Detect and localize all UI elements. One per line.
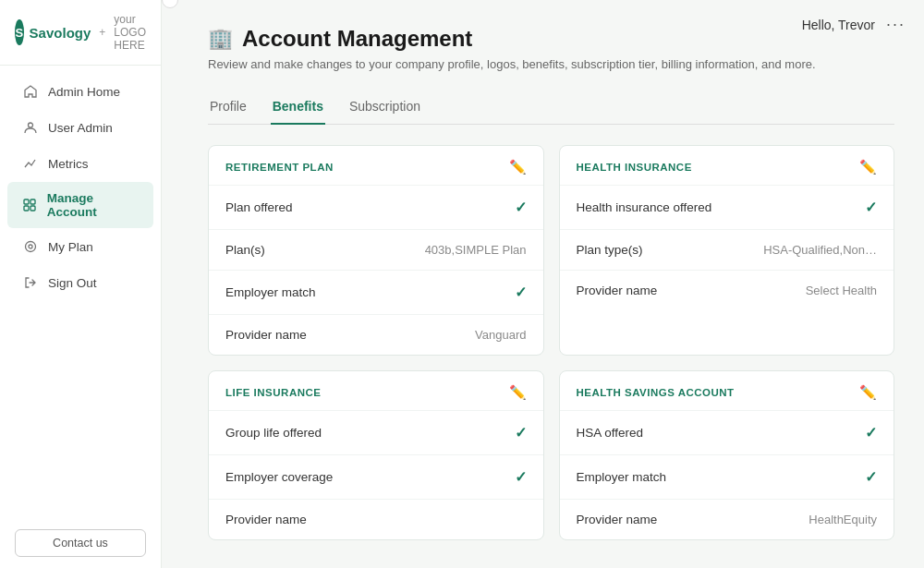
row-label: Employer match: [577, 470, 667, 484]
hsa-card: HEALTH SAVINGS ACCOUNT ✏️ HSA offered ✓ …: [559, 370, 895, 540]
sidebar-item-sign-out-label: Sign Out: [48, 276, 97, 290]
retirement-plan-title: RETIREMENT PLAN: [225, 162, 334, 173]
life-insurance-row-provider: Provider name: [209, 500, 543, 539]
retirement-plan-row-offered: Plan offered ✓: [209, 186, 543, 230]
check-icon: ✓: [515, 284, 527, 301]
sidebar-item-manage-account[interactable]: Manage Account: [7, 182, 153, 228]
user-icon: [22, 119, 39, 136]
building-icon: 🏢: [208, 27, 233, 51]
row-value: 403b,SIMPLE Plan: [425, 243, 527, 257]
sidebar-item-metrics-label: Metrics: [48, 157, 89, 171]
hsa-row-employer-match: Employer match ✓: [560, 455, 894, 500]
svg-rect-1: [24, 199, 29, 204]
health-insurance-row-plan-type: Plan type(s) HSA-Qualified,Non…: [560, 230, 894, 271]
svg-point-5: [26, 242, 36, 252]
logo-divider: +: [99, 26, 105, 39]
health-insurance-row-offered: Health insurance offered ✓: [560, 186, 894, 230]
svg-point-6: [29, 245, 32, 248]
hsa-row-offered: HSA offered ✓: [560, 411, 894, 455]
topbar: Hello, Trevor ···: [784, 0, 924, 49]
sidebar-logo: S Savology + your LOGO HERE: [0, 0, 161, 66]
row-value: Select Health: [806, 284, 877, 297]
savology-logo-icon: S: [15, 19, 24, 45]
sidebar-item-user-admin-label: User Admin: [48, 121, 113, 135]
page-title: Account Management: [242, 26, 472, 52]
health-insurance-card-header: HEALTH INSURANCE ✏️: [560, 146, 894, 186]
life-insurance-card: LIFE INSURANCE ✏️ Group life offered ✓ E…: [208, 370, 544, 540]
hsa-row-provider: Provider name HealthEquity: [560, 500, 894, 539]
row-value: HSA-Qualified,Non…: [763, 243, 877, 257]
sidebar-item-sign-out[interactable]: Sign Out: [7, 265, 153, 300]
retirement-plan-row-provider: Provider name Vanguard: [209, 315, 543, 355]
more-options-icon[interactable]: ···: [886, 15, 906, 34]
row-label: Plan offered: [225, 200, 293, 214]
signout-icon: [22, 274, 39, 291]
sidebar-item-manage-account-label: Manage Account: [47, 191, 139, 219]
greeting-text: Hello, Trevor: [802, 18, 875, 32]
svg-point-0: [29, 123, 33, 127]
svg-rect-3: [24, 206, 29, 211]
cards-grid: RETIREMENT PLAN ✏️ Plan offered ✓ Plan(s…: [208, 145, 894, 540]
row-label: Group life offered: [225, 426, 322, 440]
sidebar-nav: Admin Home User Admin Metrics: [0, 66, 161, 518]
life-insurance-row-group-life: Group life offered ✓: [209, 411, 543, 455]
check-icon: ✓: [515, 199, 527, 216]
row-label: Provider name: [577, 284, 658, 297]
life-insurance-row-employer-coverage: Employer coverage ✓: [209, 455, 543, 500]
home-icon: [22, 83, 39, 100]
check-icon: ✓: [515, 424, 527, 441]
row-label: Health insurance offered: [577, 200, 712, 214]
hsa-edit-icon[interactable]: ✏️: [859, 384, 877, 401]
chart-icon: [22, 155, 39, 172]
sidebar-item-admin-home[interactable]: Admin Home: [7, 74, 153, 109]
health-insurance-edit-icon[interactable]: ✏️: [859, 159, 877, 175]
tab-profile[interactable]: Profile: [208, 91, 249, 125]
health-insurance-card: HEALTH INSURANCE ✏️ Health insurance off…: [559, 145, 895, 356]
life-insurance-title: LIFE INSURANCE: [225, 387, 321, 398]
row-label: Plan type(s): [577, 243, 643, 257]
sidebar-item-user-admin[interactable]: User Admin: [7, 110, 153, 145]
tabs-container: Profile Benefits Subscription: [208, 91, 894, 125]
check-icon: ✓: [865, 199, 877, 216]
life-insurance-edit-icon[interactable]: ✏️: [509, 384, 527, 401]
sidebar-item-my-plan-label: My Plan: [48, 240, 93, 254]
grid-icon: [22, 197, 38, 213]
row-label: Employer coverage: [225, 470, 333, 484]
sidebar-item-admin-home-label: Admin Home: [48, 85, 120, 99]
row-value: HealthEquity: [808, 513, 877, 526]
retirement-plan-card-header: RETIREMENT PLAN ✏️: [209, 146, 543, 186]
logo-partner-text: your LOGO HERE: [114, 13, 146, 52]
sidebar-item-metrics[interactable]: Metrics: [7, 146, 153, 181]
row-label: Plan(s): [225, 243, 265, 257]
row-label: HSA offered: [577, 426, 644, 440]
row-label: Provider name: [225, 328, 307, 342]
svg-rect-2: [30, 199, 35, 204]
sidebar-item-my-plan[interactable]: My Plan: [7, 229, 153, 264]
sidebar-bottom: Contact us: [0, 518, 161, 568]
row-label: Provider name: [225, 513, 307, 526]
life-insurance-card-header: LIFE INSURANCE ✏️: [209, 371, 543, 411]
tab-benefits[interactable]: Benefits: [271, 91, 325, 125]
tab-subscription[interactable]: Subscription: [347, 91, 422, 125]
sidebar-collapse-button[interactable]: [162, 0, 178, 8]
retirement-plan-row-plans: Plan(s) 403b,SIMPLE Plan: [209, 230, 543, 271]
row-label: Employer match: [225, 285, 316, 299]
contact-us-button[interactable]: Contact us: [15, 529, 146, 557]
health-insurance-title: HEALTH INSURANCE: [577, 162, 692, 173]
sidebar: S Savology + your LOGO HERE Admin Home U…: [0, 0, 162, 568]
check-icon: ✓: [515, 468, 527, 486]
myplan-icon: [22, 238, 39, 255]
check-icon: ✓: [865, 424, 877, 441]
health-insurance-row-provider: Provider name Select Health: [560, 271, 894, 310]
retirement-plan-row-employer-match: Employer match ✓: [209, 271, 543, 315]
hsa-card-header: HEALTH SAVINGS ACCOUNT ✏️: [560, 371, 894, 411]
row-label: Provider name: [577, 513, 658, 526]
page-subtitle: Review and make changes to your company …: [208, 57, 894, 71]
retirement-plan-card: RETIREMENT PLAN ✏️ Plan offered ✓ Plan(s…: [208, 145, 544, 356]
svg-rect-4: [30, 206, 35, 211]
main-content: Hello, Trevor ··· 🏢 Account Management R…: [178, 0, 924, 568]
retirement-plan-edit-icon[interactable]: ✏️: [509, 159, 527, 175]
check-icon: ✓: [865, 468, 877, 486]
hsa-title: HEALTH SAVINGS ACCOUNT: [577, 387, 735, 398]
savology-logo-text: Savology: [30, 25, 91, 41]
